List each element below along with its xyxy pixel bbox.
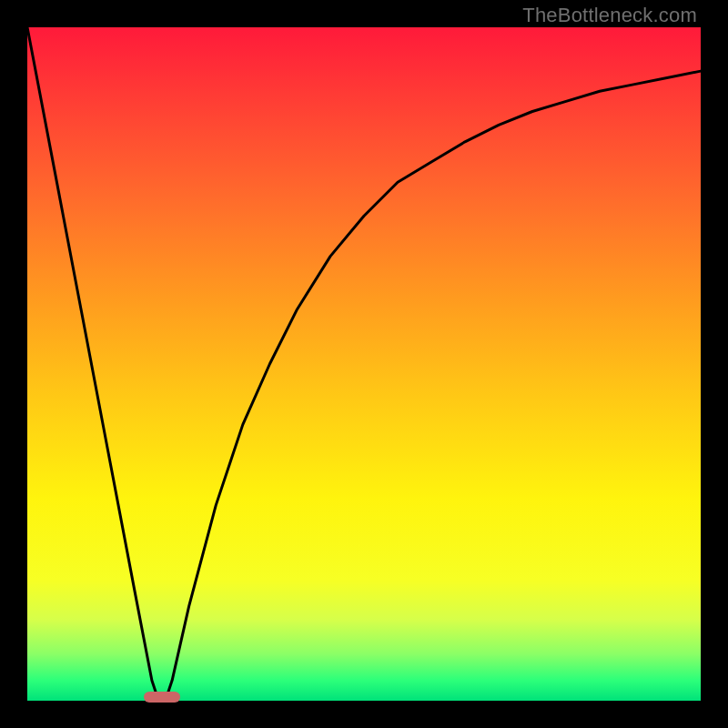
min-marker (144, 692, 180, 703)
chart-frame: TheBottleneck.com (0, 0, 728, 728)
curve-svg (27, 27, 701, 701)
curve-path (27, 27, 701, 701)
watermark-text: TheBottleneck.com (522, 4, 697, 27)
plot-area (27, 27, 701, 701)
